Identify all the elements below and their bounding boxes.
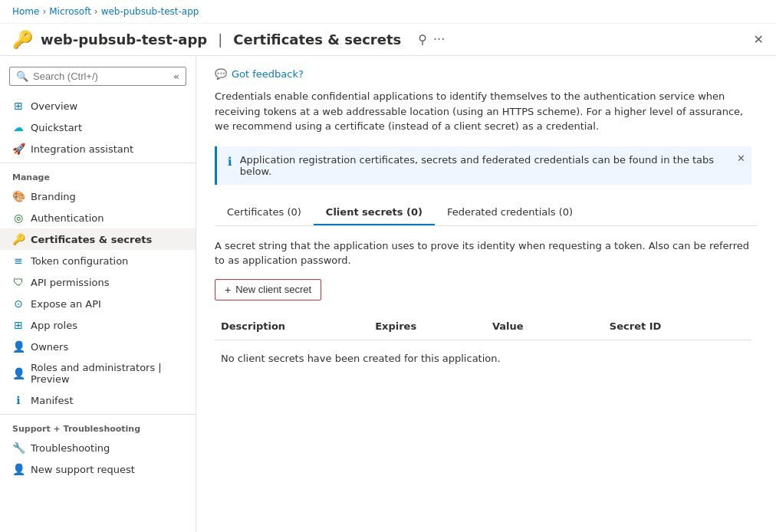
integration-icon: 🚀 xyxy=(12,143,25,155)
feedback-label[interactable]: Got feedback? xyxy=(232,68,304,80)
overview-icon: ⊞ xyxy=(12,100,25,112)
sidebar-item-branding[interactable]: 🎨 Branding xyxy=(0,186,196,207)
sidebar-label-expose: Expose an API xyxy=(31,298,101,310)
tab-certificates[interactable]: Certificates (0) xyxy=(215,200,314,225)
more-options-icon[interactable]: ··· xyxy=(433,32,445,47)
page-header: 🔑 web-pubsub-test-app | Certificates & s… xyxy=(0,24,776,56)
manage-section-label: Manage xyxy=(0,163,196,186)
banner-text: Application registration certificates, s… xyxy=(240,154,741,177)
breadcrumb: Home › Microsoft › web-pubsub-test-app xyxy=(0,0,776,24)
sidebar-item-overview[interactable]: ⊞ Overview xyxy=(0,95,196,117)
owners-icon: 👤 xyxy=(12,340,25,353)
sidebar-item-integration[interactable]: 🚀 Integration assistant xyxy=(0,138,196,159)
sidebar-item-token[interactable]: ≡ Token configuration xyxy=(0,250,196,271)
pin-icon[interactable]: ⚲ xyxy=(418,32,427,47)
feedback-row[interactable]: 💬 Got feedback? xyxy=(215,68,758,80)
header-divider: | xyxy=(218,31,222,48)
sidebar: 🔍 « ⊞ Overview ☁ Quickstart 🚀 Integratio… xyxy=(0,56,196,532)
sidebar-item-manifest[interactable]: ℹ Manifest xyxy=(0,389,196,411)
collapse-icon[interactable]: « xyxy=(173,71,179,82)
sidebar-label-certificates: Certificates & secrets xyxy=(31,234,152,245)
col-expires: Expires xyxy=(369,317,480,335)
key-icon: 🔑 xyxy=(12,30,33,49)
close-button[interactable]: ✕ xyxy=(754,32,764,47)
roles-icon: 👤 xyxy=(12,367,25,379)
search-icon: 🔍 xyxy=(16,71,28,82)
sidebar-label-owners: Owners xyxy=(31,341,68,353)
empty-table-message: No client secrets have been created for … xyxy=(215,340,758,376)
sidebar-label-troubleshooting: Troubleshooting xyxy=(31,442,110,454)
info-icon: ℹ xyxy=(228,155,232,169)
table-header: Description Expires Value Secret ID xyxy=(215,313,751,340)
sidebar-label-roles: Roles and administrators | Preview xyxy=(31,362,183,385)
sidebar-item-certificates[interactable]: 🔑 Certificates & secrets xyxy=(0,228,196,250)
sidebar-label-new-support: New support request xyxy=(31,464,135,475)
token-icon: ≡ xyxy=(12,255,25,267)
breadcrumb-app[interactable]: web-pubsub-test-app xyxy=(101,6,199,17)
sidebar-label-manifest: Manifest xyxy=(31,395,73,406)
manifest-icon: ℹ xyxy=(12,394,25,406)
sidebar-label-integration: Integration assistant xyxy=(31,143,133,155)
api-icon: 🛡 xyxy=(12,276,25,288)
plus-icon: + xyxy=(225,284,231,296)
branding-icon: 🎨 xyxy=(12,190,25,202)
tab-client-secrets[interactable]: Client secrets (0) xyxy=(314,200,435,225)
breadcrumb-microsoft[interactable]: Microsoft xyxy=(49,6,91,17)
col-value: Value xyxy=(486,317,597,335)
support-section-label: Support + Troubleshooting xyxy=(0,414,196,437)
sidebar-item-api-permissions[interactable]: 🛡 API permissions xyxy=(0,271,196,293)
tab-bar: Certificates (0) Client secrets (0) Fede… xyxy=(215,200,758,226)
expose-icon: ⊙ xyxy=(12,297,25,310)
search-box[interactable]: 🔍 « xyxy=(9,67,186,86)
feedback-icon: 💬 xyxy=(215,68,227,80)
sidebar-item-roles[interactable]: 👤 Roles and administrators | Preview xyxy=(0,357,196,389)
sidebar-item-expose-api[interactable]: ⊙ Expose an API xyxy=(0,293,196,314)
main-layout: 🔍 « ⊞ Overview ☁ Quickstart 🚀 Integratio… xyxy=(0,56,776,532)
sidebar-label-token: Token configuration xyxy=(31,255,128,267)
sidebar-label-overview: Overview xyxy=(31,100,77,112)
tab-federated[interactable]: Federated credentials (0) xyxy=(435,200,585,225)
col-secret-id: Secret ID xyxy=(603,317,751,335)
search-input[interactable] xyxy=(33,71,169,82)
new-client-secret-button[interactable]: + New client secret xyxy=(215,279,321,300)
troubleshooting-icon: 🔧 xyxy=(12,442,25,454)
close-banner-button[interactable]: ✕ xyxy=(737,153,745,164)
sidebar-label-approles: App roles xyxy=(31,320,77,331)
sidebar-item-approles[interactable]: ⊞ App roles xyxy=(0,314,196,336)
sidebar-label-api: API permissions xyxy=(31,277,109,288)
main-content: 💬 Got feedback? Credentials enable confi… xyxy=(196,56,776,532)
approles-icon: ⊞ xyxy=(12,319,25,331)
sidebar-item-new-support[interactable]: 👤 New support request xyxy=(0,458,196,480)
support-icon: 👤 xyxy=(12,463,25,475)
col-description: Description xyxy=(215,317,363,335)
certificates-icon: 🔑 xyxy=(12,233,25,245)
quickstart-icon: ☁ xyxy=(12,121,25,133)
tab-description: A secret string that the application use… xyxy=(215,238,751,268)
new-secret-label: New client secret xyxy=(235,284,311,295)
sidebar-label-branding: Branding xyxy=(31,191,76,202)
sidebar-item-owners[interactable]: 👤 Owners xyxy=(0,336,196,357)
page-title: Certificates & secrets xyxy=(233,31,401,48)
sidebar-item-authentication[interactable]: ◎ Authentication xyxy=(0,207,196,228)
app-name: web-pubsub-test-app xyxy=(41,31,207,48)
description-text: Credentials enable confidential applicat… xyxy=(215,89,751,134)
header-actions: ⚲ ··· xyxy=(418,32,445,47)
sidebar-item-quickstart[interactable]: ☁ Quickstart xyxy=(0,117,196,138)
authentication-icon: ◎ xyxy=(12,212,25,224)
sidebar-item-troubleshooting[interactable]: 🔧 Troubleshooting xyxy=(0,437,196,458)
sidebar-label-quickstart: Quickstart xyxy=(31,122,82,133)
breadcrumb-home[interactable]: Home xyxy=(12,6,39,17)
sidebar-label-authentication: Authentication xyxy=(31,212,104,224)
info-banner: ℹ Application registration certificates,… xyxy=(215,146,751,185)
